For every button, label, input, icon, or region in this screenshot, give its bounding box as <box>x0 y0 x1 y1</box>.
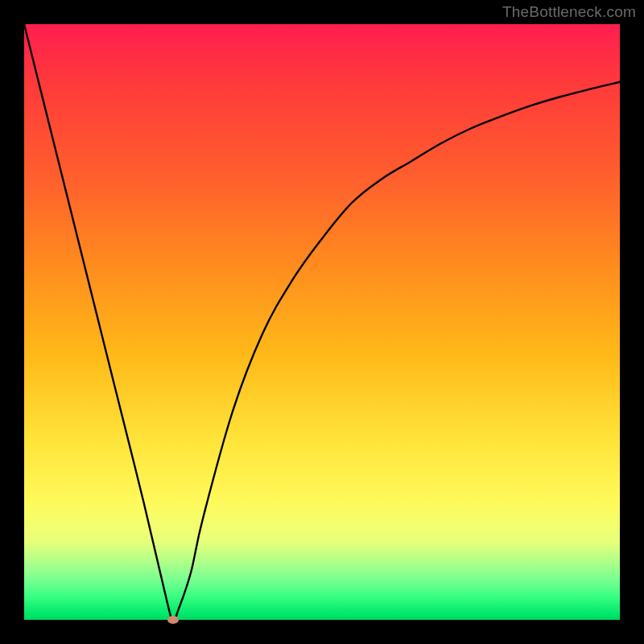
watermark-text: TheBottleneck.com <box>502 3 636 21</box>
bottleneck-curve <box>24 24 620 620</box>
minimum-marker <box>167 616 179 624</box>
chart-frame: TheBottleneck.com <box>0 0 644 644</box>
plot-area <box>24 24 620 620</box>
